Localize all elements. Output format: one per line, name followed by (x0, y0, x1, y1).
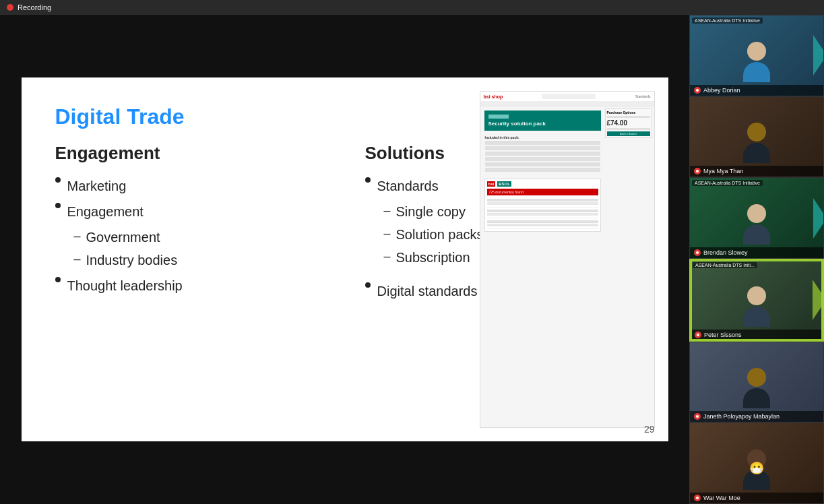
bsi-item-3 (485, 152, 600, 156)
brendan-label: Brendan Slowey (690, 247, 823, 258)
digital-standards-label: Digital standards (377, 280, 478, 303)
sub-government: – Government (74, 226, 178, 249)
recording-dot (7, 4, 13, 11)
bsi-logo-red: bsi (487, 181, 496, 187)
main-area: Digital Trade Engagement Marketing Engag… (0, 15, 689, 504)
mya-label: Mya Mya Than (690, 166, 823, 177)
bsi-row-line-5 (487, 220, 598, 223)
abbey-video-bg: ASEAN-Australia DTS Initiative (690, 15, 823, 96)
bsi-product-title: Security solution pack (488, 121, 597, 127)
peter-head (747, 286, 766, 305)
bsi-second-header: bsi BSOL (487, 181, 598, 187)
bsi-included-text: Included in this pack: (485, 135, 600, 139)
participants-sidebar: ASEAN-Australia DTS Initiative Abbey Dor… (689, 15, 824, 504)
bsi-logo-green: BSOL (497, 181, 511, 187)
purchase-title: Purchase Options (607, 111, 650, 115)
dash-1: – (74, 226, 81, 247)
standards-label: Standards (377, 179, 439, 193)
brendan-body (743, 224, 770, 245)
janeth-name: Janeth Poloyapoy Mabaylan (703, 413, 780, 420)
warwar-mic-inner (696, 497, 699, 499)
purchase-line-1 (607, 116, 650, 118)
participant-card-abbey: ASEAN-Australia DTS Initiative Abbey Dor… (689, 15, 824, 96)
bsi-row-line-4 (487, 213, 598, 216)
bsi-row-line-6 (487, 224, 598, 226)
bsi-row-line-2 (487, 202, 598, 205)
peter-silhouette (743, 286, 770, 327)
bsi-header: bsi shop Standards (480, 92, 654, 102)
bsi-product-section: Security solution pack (484, 111, 601, 131)
warwar-label: War War Moe (690, 493, 823, 503)
recording-bar: Recording (0, 0, 824, 15)
bsi-row-line-1 (487, 199, 598, 201)
peter-chevron (813, 280, 823, 320)
dash-5: – (384, 246, 391, 267)
brendan-silhouette (743, 204, 770, 245)
bsi-item-1 (485, 141, 600, 145)
participant-card-brendan: ASEAN-Australia DTS Initiative Brendan S… (689, 177, 824, 259)
bsi-logo: bsi shop (484, 94, 503, 99)
standards-with-subs: Standards – Single copy – Solution packs (377, 175, 484, 269)
dash-2: – (74, 249, 81, 270)
bsi-price: £74.00 (607, 119, 650, 127)
abbey-header-badge: ASEAN-Australia DTS Initiative (692, 18, 763, 24)
janeth-body (743, 388, 770, 408)
engagement-sub-list: – Government – Industry bodies (74, 226, 178, 272)
janeth-mic-badge (694, 413, 701, 420)
single-copy-label: Single copy (396, 200, 466, 223)
participant-card-janeth: Janeth Poloyapoy Mabaylan (689, 342, 824, 423)
warwar-mic-badge (694, 495, 701, 501)
bullet-dot-4 (365, 177, 371, 183)
janeth-label: Janeth Poloyapoy Mabaylan (690, 411, 823, 422)
bullet-engagement-label: Engagement (67, 204, 144, 219)
bullet-dot-2 (55, 203, 61, 208)
peter-label: Peter Sissons (691, 329, 823, 340)
janeth-head (747, 368, 766, 387)
solution-packs-label: Solution packs (396, 223, 484, 246)
bsi-main-content: Security solution pack Included in this … (482, 108, 603, 234)
dash-4: – (384, 223, 391, 244)
slide-left: Engagement Marketing Engagement – (55, 143, 325, 305)
bullet-marketing: Marketing (55, 175, 325, 197)
bsi-content-area: Security solution pack Included in this … (482, 108, 652, 234)
bsi-items-list: Included in this pack: (482, 133, 603, 176)
abbey-label: Abbey Dorian (690, 85, 823, 96)
mya-mic-inner (696, 170, 699, 172)
subscription-label: Subscription (396, 246, 470, 269)
mya-name: Mya Mya Than (703, 168, 743, 175)
brendan-header-badge: ASEAN-Australia DTS Initiative (692, 180, 763, 186)
abbey-body (743, 62, 770, 82)
warwar-video-bg: 😷 (690, 423, 823, 503)
add-to-basket-btn[interactable]: Add to Basket (607, 131, 650, 136)
bsi-item-5 (485, 162, 600, 166)
recording-label: Recording (18, 3, 51, 11)
participant-card-warwar: 😷 War War Moe (689, 422, 824, 504)
abbey-mic-inner (696, 89, 699, 92)
mya-video-bg (690, 97, 823, 177)
janeth-mic-inner (696, 415, 699, 418)
janeth-video-bg (690, 342, 823, 422)
bullet-dot-3 (55, 277, 61, 282)
purchase-panel: Purchase Options £74.00 Add to Basket (605, 108, 652, 138)
peter-header-badge: ASEAN-Australia DTS Initi... (693, 262, 757, 268)
sub-subscription: – Subscription (384, 246, 484, 269)
peter-name: Peter Sissons (704, 332, 742, 338)
bsi-item-6 (485, 168, 600, 172)
mask-indicator: 😷 (749, 460, 764, 475)
bsi-item-2 (485, 146, 600, 150)
engagement-list: Marketing Engagement – Government (55, 175, 325, 297)
mya-silhouette (743, 123, 770, 163)
sub-solution-packs: – Solution packs (384, 223, 484, 246)
brendan-mic-badge (694, 249, 701, 256)
participant-card-mya: Mya Mya Than (689, 96, 824, 178)
slide-page-number: 29 (644, 424, 655, 435)
bsi-preview: bsi shop Standards Security solution pac… (480, 91, 655, 428)
participant-card-peter: ASEAN-Australia DTS Initi... Peter Sisso… (689, 259, 824, 342)
bsi-result-row-3 (487, 218, 598, 229)
mya-mic-badge (694, 168, 701, 175)
bsi-result-row-2 (487, 208, 598, 218)
sub-industry-bodies: – Industry bodies (74, 249, 178, 272)
bullet-dot-5 (365, 282, 371, 288)
brendan-head (747, 204, 766, 223)
mya-body (743, 143, 770, 163)
